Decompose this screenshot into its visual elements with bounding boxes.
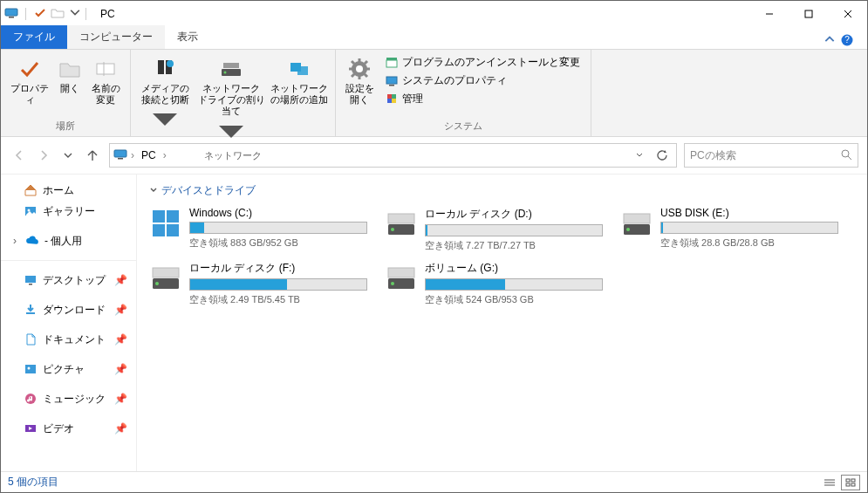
- pin-icon: 📌: [114, 333, 127, 346]
- chevron-right-icon[interactable]: ›: [131, 149, 134, 161]
- tab-computer[interactable]: コンピューター: [67, 25, 165, 49]
- drive-name: USB DISK (E:): [660, 207, 838, 219]
- chevron-right-icon[interactable]: ›: [163, 149, 167, 161]
- drive-item[interactable]: ローカル ディスク (D:)空き領域 7.27 TB/7.27 TB: [385, 207, 603, 252]
- sidebar-item-gallery[interactable]: ギャラリー: [1, 201, 136, 222]
- svg-point-12: [167, 60, 174, 67]
- tab-file[interactable]: ファイル: [1, 25, 67, 49]
- sidebar-item-label: ビデオ: [43, 421, 74, 436]
- drive-item[interactable]: USB DISK (E:)空き領域 28.8 GB/28.8 GB: [620, 207, 838, 252]
- drive-icon: [620, 207, 653, 240]
- sidebar-item-onedrive-personal[interactable]: › - 個人用: [1, 230, 136, 251]
- drive-free-space: 空き領域 524 GB/953 GB: [425, 293, 603, 306]
- addressbar-dropdown[interactable]: [629, 145, 650, 166]
- folder-icon[interactable]: [51, 6, 65, 23]
- pc-icon: [4, 6, 18, 23]
- media-connect-label: メディアの接続と切断: [138, 83, 192, 106]
- pin-icon: 📌: [114, 393, 127, 405]
- search-icon: [840, 148, 852, 163]
- svg-point-19: [356, 65, 363, 72]
- open-settings-label: 設定を開く: [343, 83, 376, 106]
- svg-point-46: [28, 367, 31, 370]
- ribbon: プロパティ 開く 名前の変更 場所 メディアの接続と切断: [1, 50, 867, 137]
- tab-view[interactable]: 表示: [165, 25, 210, 49]
- system-properties-button[interactable]: システムのプロパティ: [379, 72, 585, 90]
- open-button[interactable]: 開く: [55, 53, 85, 109]
- sidebar-item-documents[interactable]: ドキュメント 📌: [1, 329, 136, 350]
- media-connect-button[interactable]: メディアの接続と切断: [136, 53, 194, 147]
- qat-separator: [25, 8, 26, 20]
- properties-icon[interactable]: [33, 6, 47, 23]
- open-settings-button[interactable]: 設定を開く: [341, 53, 378, 109]
- view-tiles-button[interactable]: [841, 475, 860, 490]
- close-button[interactable]: [828, 1, 867, 27]
- drive-item[interactable]: ボリューム (G:)空き領域 524 GB/953 GB: [385, 261, 603, 306]
- svg-line-27: [352, 74, 354, 77]
- ribbon-group-network: メディアの接続と切断 ネットワーク ドライブの割り当て ネットワークの場所の追加…: [131, 50, 336, 136]
- explorer-window: PC ファイル コンピューター 表示 ? プロパティ 開: [0, 0, 868, 493]
- pc-icon: [113, 147, 127, 164]
- sidebar-item-label: ピクチャ: [43, 362, 85, 377]
- address-bar[interactable]: › PC ›: [109, 143, 677, 168]
- drive-item[interactable]: ローカル ディスク (F:)空き領域 2.49 TB/5.45 TB: [149, 261, 367, 306]
- title-bar: PC: [1, 1, 867, 27]
- group-header-devices[interactable]: デバイスとドライブ: [149, 183, 855, 198]
- history-dropdown[interactable]: [58, 146, 78, 165]
- drive-name: ボリューム (G:): [425, 261, 603, 276]
- svg-rect-8: [97, 64, 114, 74]
- title-separator: [85, 8, 86, 20]
- svg-rect-42: [25, 276, 36, 283]
- drive-name: Windows (C:): [189, 207, 367, 219]
- sidebar-item-downloads[interactable]: ダウンロード 📌: [1, 299, 136, 320]
- svg-point-38: [842, 150, 849, 157]
- expand-icon[interactable]: ›: [10, 235, 20, 247]
- svg-rect-55: [388, 214, 414, 223]
- search-box[interactable]: PCの検索: [684, 143, 858, 168]
- help-icon[interactable]: ?: [841, 34, 853, 49]
- svg-line-39: [848, 156, 851, 160]
- svg-line-25: [365, 74, 367, 77]
- manage-button[interactable]: 管理: [379, 90, 585, 108]
- drive-usage-bar: [660, 222, 838, 234]
- up-button[interactable]: [83, 146, 102, 165]
- svg-rect-44: [26, 312, 35, 314]
- map-drive-button[interactable]: ネットワーク ドライブの割り当て: [195, 53, 267, 147]
- svg-rect-70: [846, 483, 850, 486]
- status-bar: 5 個の項目: [1, 471, 867, 492]
- svg-line-24: [352, 61, 354, 64]
- ribbon-group-location: プロパティ 開く 名前の変更 場所: [1, 50, 131, 136]
- minimize-button[interactable]: [749, 1, 789, 27]
- qat-dropdown-icon[interactable]: [68, 6, 82, 23]
- add-network-location-label: ネットワークの場所の追加: [270, 83, 328, 106]
- breadcrumb-pc[interactable]: PC: [138, 149, 160, 161]
- svg-rect-1: [9, 17, 14, 18]
- svg-rect-17: [297, 66, 308, 75]
- drive-name: ローカル ディスク (F:): [189, 261, 367, 276]
- forward-button[interactable]: [34, 146, 53, 165]
- drive-free-space: 空き領域 883 GB/952 GB: [189, 236, 367, 250]
- rename-button[interactable]: 名前の変更: [86, 53, 125, 109]
- add-network-location-button[interactable]: ネットワークの場所の追加: [269, 53, 330, 147]
- view-details-button[interactable]: [820, 475, 839, 490]
- collapse-ribbon-icon[interactable]: [824, 34, 836, 49]
- sidebar-item-desktop[interactable]: デスクトップ 📌: [1, 270, 136, 291]
- svg-rect-64: [388, 268, 414, 277]
- maximize-button[interactable]: [789, 1, 828, 27]
- svg-rect-35: [392, 99, 396, 103]
- back-button[interactable]: [10, 146, 29, 165]
- svg-rect-28: [386, 60, 397, 67]
- sidebar-item-videos[interactable]: ビデオ 📌: [1, 418, 136, 439]
- refresh-button[interactable]: [652, 145, 673, 166]
- pin-icon: 📌: [114, 304, 127, 316]
- location-group-label: 場所: [6, 118, 125, 134]
- sidebar-item-music[interactable]: ミュージック 📌: [1, 388, 136, 409]
- uninstall-programs-button[interactable]: プログラムのアンインストールと変更: [379, 53, 585, 72]
- sidebar-item-label: ギャラリー: [43, 204, 95, 219]
- drive-item[interactable]: Windows (C:)空き領域 883 GB/952 GB: [149, 207, 367, 252]
- properties-button[interactable]: プロパティ: [6, 53, 53, 109]
- sidebar-item-label: ドキュメント: [43, 332, 106, 347]
- pin-icon: 📌: [114, 274, 127, 286]
- body: ホーム ギャラリー › - 個人用 デスクトップ 📌 ダウンロード: [1, 174, 867, 471]
- sidebar-item-home[interactable]: ホーム: [1, 180, 136, 201]
- sidebar-item-pictures[interactable]: ピクチャ 📌: [1, 359, 136, 380]
